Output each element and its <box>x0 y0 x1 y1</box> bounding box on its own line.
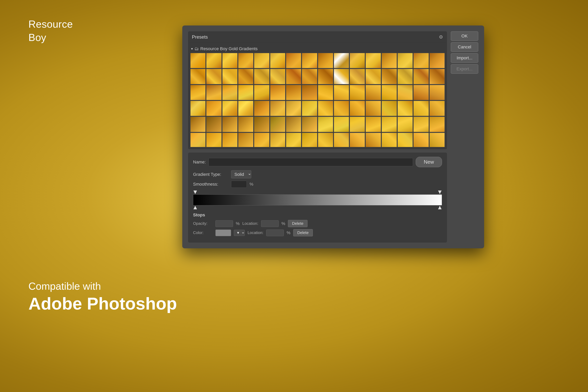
gradient-swatch-33[interactable] <box>206 85 222 100</box>
gradient-swatch-52[interactable] <box>254 101 269 116</box>
gradient-swatch-70[interactable] <box>286 116 301 132</box>
gradient-swatch-92[interactable] <box>382 133 397 147</box>
gradient-type-select[interactable]: Solid Noise <box>231 170 251 178</box>
gradient-swatch-16[interactable] <box>190 69 206 84</box>
gradient-swatch-53[interactable] <box>270 101 286 116</box>
import-button[interactable]: Import... <box>451 53 478 63</box>
gradient-swatch-11[interactable] <box>366 53 381 68</box>
gradient-swatch-88[interactable] <box>318 133 333 147</box>
gradient-swatch-10[interactable] <box>350 53 365 68</box>
gradient-swatch-80[interactable] <box>190 133 206 147</box>
gradient-swatch-76[interactable] <box>382 116 397 132</box>
gradient-swatch-36[interactable] <box>254 85 269 100</box>
gear-icon[interactable]: ⚙ <box>439 34 443 40</box>
ok-button[interactable]: OK <box>451 31 478 41</box>
gradient-swatch-64[interactable] <box>190 116 206 132</box>
gradient-swatch-56[interactable] <box>318 101 333 116</box>
gradient-swatch-37[interactable] <box>270 85 286 100</box>
gradient-swatch-31[interactable] <box>430 69 445 84</box>
gradient-swatch-3[interactable] <box>238 53 254 68</box>
gradient-swatch-29[interactable] <box>398 69 413 84</box>
gradient-swatch-67[interactable] <box>238 116 254 132</box>
gradient-swatch-93[interactable] <box>398 133 413 147</box>
gradient-swatch-47[interactable] <box>430 85 445 100</box>
gradient-swatch-58[interactable] <box>350 101 365 116</box>
gradient-swatch-21[interactable] <box>270 69 286 84</box>
opacity-location-input[interactable] <box>261 220 279 227</box>
gradient-swatch-89[interactable] <box>334 133 349 147</box>
gradient-swatch-68[interactable] <box>254 116 269 132</box>
gradient-swatch-73[interactable] <box>334 116 349 132</box>
color-stop-left[interactable] <box>194 206 197 209</box>
gradient-swatch-32[interactable] <box>190 85 206 100</box>
gradient-swatch-14[interactable] <box>413 53 429 68</box>
gradient-swatch-61[interactable] <box>398 101 413 116</box>
gradient-swatch-44[interactable] <box>382 85 397 100</box>
color-stop-dropdown[interactable]: ▼ <box>234 230 245 236</box>
gradient-swatch-1[interactable] <box>206 53 222 68</box>
folder-row[interactable]: ▾ 🗂 Resource Boy Gold Gradients <box>190 45 445 53</box>
gradient-swatch-77[interactable] <box>398 116 413 132</box>
gradient-swatch-34[interactable] <box>222 85 238 100</box>
new-button[interactable]: New <box>416 157 442 167</box>
gradient-swatch-90[interactable] <box>350 133 365 147</box>
gradient-swatch-79[interactable] <box>430 116 445 132</box>
cancel-button[interactable]: Cancel <box>451 42 478 52</box>
gradient-swatch-43[interactable] <box>366 85 381 100</box>
gradient-swatch-91[interactable] <box>366 133 381 147</box>
gradient-swatch-17[interactable] <box>206 69 222 84</box>
gradient-swatch-95[interactable] <box>430 133 445 147</box>
color-stop-right[interactable] <box>438 206 442 209</box>
smoothness-input[interactable]: 100 <box>231 181 247 188</box>
opacity-delete-button[interactable]: Delete <box>288 220 308 227</box>
gradient-swatch-40[interactable] <box>318 85 333 100</box>
gradient-swatch-49[interactable] <box>206 101 222 116</box>
gradient-swatch-19[interactable] <box>238 69 254 84</box>
gradient-swatch-5[interactable] <box>270 53 286 68</box>
gradient-swatch-51[interactable] <box>238 101 254 116</box>
gradient-swatch-72[interactable] <box>318 116 333 132</box>
gradient-swatch-55[interactable] <box>302 101 317 116</box>
gradient-swatch-59[interactable] <box>366 101 381 116</box>
gradient-swatch-9[interactable] <box>334 53 349 68</box>
gradient-swatch-74[interactable] <box>350 116 365 132</box>
gradient-swatch-18[interactable] <box>222 69 238 84</box>
gradient-swatch-2[interactable] <box>222 53 238 68</box>
gradient-swatch-50[interactable] <box>222 101 238 116</box>
gradient-swatch-82[interactable] <box>222 133 238 147</box>
gradient-swatch-69[interactable] <box>270 116 286 132</box>
gradient-swatch-86[interactable] <box>286 133 301 147</box>
gradient-swatch-13[interactable] <box>398 53 413 68</box>
gradient-swatch-65[interactable] <box>206 116 222 132</box>
gradient-swatch-24[interactable] <box>318 69 333 84</box>
gradient-swatch-20[interactable] <box>254 69 269 84</box>
gradient-swatch-63[interactable] <box>430 101 445 116</box>
gradient-swatch-4[interactable] <box>254 53 269 68</box>
gradient-swatch-15[interactable] <box>430 53 445 68</box>
gradient-swatch-87[interactable] <box>302 133 317 147</box>
gradient-swatch-0[interactable] <box>190 53 206 68</box>
gradient-swatch-27[interactable] <box>366 69 381 84</box>
gradient-swatch-6[interactable] <box>286 53 301 68</box>
gradient-swatch-41[interactable] <box>334 85 349 100</box>
gradient-swatch-28[interactable] <box>382 69 397 84</box>
gradient-swatch-66[interactable] <box>222 116 238 132</box>
name-input[interactable] <box>208 158 413 166</box>
gradient-swatch-75[interactable] <box>366 116 381 132</box>
color-delete-button[interactable]: Delete <box>293 229 313 236</box>
opacity-stop-right[interactable] <box>438 190 442 194</box>
export-button[interactable]: Export... <box>451 64 478 74</box>
gradient-swatch-35[interactable] <box>238 85 254 100</box>
gradient-preview[interactable] <box>193 194 442 206</box>
gradient-swatch-7[interactable] <box>302 53 317 68</box>
gradient-swatch-39[interactable] <box>302 85 317 100</box>
gradient-swatch-78[interactable] <box>413 116 429 132</box>
gradient-swatch-12[interactable] <box>382 53 397 68</box>
opacity-value-input[interactable] <box>216 220 233 227</box>
gradient-swatch-22[interactable] <box>286 69 301 84</box>
gradient-swatch-30[interactable] <box>413 69 429 84</box>
gradient-swatch-54[interactable] <box>286 101 301 116</box>
gradient-swatch-94[interactable] <box>413 133 429 147</box>
gradient-swatch-42[interactable] <box>350 85 365 100</box>
gradient-swatch-62[interactable] <box>413 101 429 116</box>
